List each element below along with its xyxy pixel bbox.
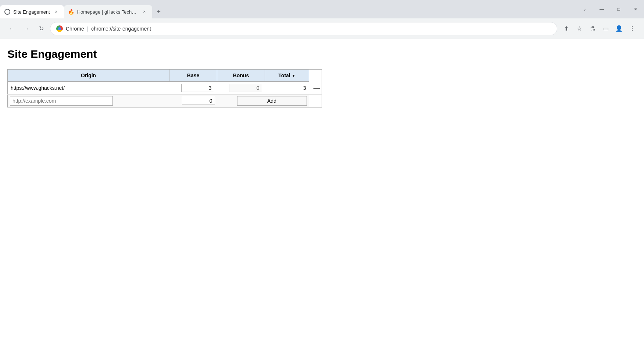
page-content: Site Engagement Origin Base Bonus Total▼ <box>0 39 644 346</box>
toolbar-icons: ⬆ ☆ ⚗ ▭ 👤 ⋮ <box>560 23 638 35</box>
header-origin[interactable]: Origin <box>8 70 169 82</box>
add-button[interactable]: Add <box>237 96 307 106</box>
title-bar-right: ⌄ — □ ✕ <box>576 0 644 18</box>
sidebar-icon[interactable]: ▭ <box>600 23 612 35</box>
tab-favicon-ghacks: 🔥 <box>68 9 74 15</box>
share-icon[interactable]: ⬆ <box>560 23 572 35</box>
lab-icon[interactable]: ⚗ <box>587 23 598 35</box>
origin-input[interactable] <box>10 96 113 106</box>
total-header-content: Total▼ <box>271 73 303 78</box>
base-score-input[interactable] <box>181 84 214 92</box>
window-close-button[interactable]: ✕ <box>627 3 644 15</box>
tab-title-ghacks: Homepage | gHacks Technology <box>77 9 138 15</box>
header-total[interactable]: Total▼ <box>265 70 309 82</box>
address-brand: Chrome <box>66 26 84 32</box>
address-bar[interactable]: Chrome | chrome://site-engagement <box>50 22 557 35</box>
cell-remove: — <box>309 82 322 95</box>
bookmark-icon[interactable]: ☆ <box>573 23 585 35</box>
address-bar-row: ← → ↻ Chrome | chrome://site-engagement … <box>0 18 644 39</box>
browser-window: Site Engagement × 🔥 Homepage | gHacks Te… <box>0 0 644 346</box>
address-text: Chrome | chrome://site-engagement <box>66 26 551 32</box>
cell-base <box>169 82 217 95</box>
header-bonus[interactable]: Bonus <box>217 70 265 82</box>
input-cell-origin <box>8 95 169 107</box>
chrome-logo <box>56 25 63 32</box>
tab-close-site-engagement[interactable]: × <box>53 8 60 15</box>
page-title: Site Engagement <box>7 48 637 60</box>
new-tab-button[interactable]: + <box>152 5 165 18</box>
remove-button[interactable]: — <box>314 84 320 92</box>
input-cell-add: Add <box>217 95 309 107</box>
tabs-row: Site Engagement × 🔥 Homepage | gHacks Te… <box>0 5 576 18</box>
window-minimize-button[interactable]: — <box>593 3 610 15</box>
engagement-table: Origin Base Bonus Total▼ https://www.gha… <box>7 69 322 107</box>
cell-origin: https://www.ghacks.net/ <box>8 82 169 95</box>
address-url: chrome://site-engagement <box>91 26 151 32</box>
chrome-icon <box>56 25 63 32</box>
cell-total: 3 <box>265 82 309 95</box>
input-table-row: Add <box>8 95 322 107</box>
forward-button[interactable]: → <box>21 23 32 35</box>
tab-ghacks[interactable]: 🔥 Homepage | gHacks Technology × <box>64 5 152 18</box>
base-input[interactable] <box>182 97 215 105</box>
window-dropdown-button[interactable]: ⌄ <box>576 3 593 15</box>
menu-icon[interactable]: ⋮ <box>626 23 638 35</box>
title-bar: Site Engagement × 🔥 Homepage | gHacks Te… <box>0 0 644 18</box>
tab-site-engagement[interactable]: Site Engagement × <box>0 5 64 18</box>
window-maximize-button[interactable]: □ <box>610 3 627 15</box>
cell-bonus <box>217 82 265 95</box>
total-value: 3 <box>303 85 306 91</box>
address-separator: | <box>87 26 89 32</box>
profile-icon[interactable]: 👤 <box>613 23 625 35</box>
sort-icon: ▼ <box>292 74 296 78</box>
header-base[interactable]: Base <box>169 70 217 82</box>
input-cell-base <box>169 95 217 107</box>
tab-favicon-globe <box>4 9 10 15</box>
table-row: https://www.ghacks.net/ 3 — <box>8 82 322 95</box>
table-header-row: Origin Base Bonus Total▼ <box>8 70 322 82</box>
bonus-score-field <box>229 84 262 92</box>
tab-title-site-engagement: Site Engagement <box>13 9 50 15</box>
total-label: Total <box>278 73 290 78</box>
back-button[interactable]: ← <box>6 23 18 35</box>
reload-button[interactable]: ↻ <box>35 23 47 35</box>
tab-close-ghacks[interactable]: × <box>141 8 148 15</box>
